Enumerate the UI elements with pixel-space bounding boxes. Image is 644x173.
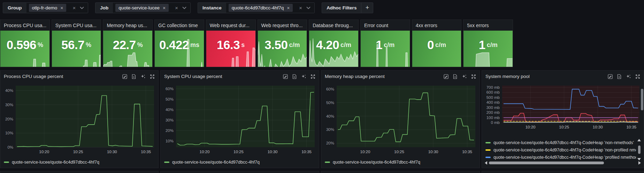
page-scrollbar-thumb[interactable] [641, 89, 643, 110]
svg-text:10:25: 10:25 [73, 150, 83, 154]
variable-value[interactable]: quote-service-lucee × × [113, 3, 190, 13]
panel-header: Memory heap usage percent [321, 71, 480, 82]
scroll-right-icon[interactable] [638, 161, 641, 165]
scroll-left-icon[interactable] [485, 161, 487, 165]
stat-panel-body: 0.596 % [0, 31, 49, 67]
stat-value: 0 [427, 38, 434, 52]
panel-header-icons [283, 74, 315, 79]
svg-text:100 mb: 100 mb [486, 116, 500, 120]
document-icon[interactable] [132, 74, 136, 79]
edit-icon[interactable] [444, 74, 449, 79]
close-icon[interactable]: × [60, 6, 63, 10]
svg-text:10:20: 10:20 [526, 125, 536, 129]
legend[interactable]: quote-service-lucee/quote-6c4d97dbcc-4hf… [325, 160, 420, 165]
stat-panel-title: Web request thro... [258, 20, 307, 31]
stat-panel[interactable]: Database throug... 4.20 c/m [309, 19, 359, 67]
panel-title: System CPU usage percent [164, 74, 283, 79]
scroll-down-icon[interactable] [637, 158, 641, 160]
timeseries-chart[interactable]: 10%20%30%40%50%60%10:2010:2510:3010:35 [161, 83, 318, 155]
legend-horizontal-scrollbar[interactable] [485, 161, 641, 165]
stat-panel[interactable]: Web request dur... 16.3 s [206, 19, 256, 67]
add-filter-button[interactable]: + [361, 3, 373, 13]
expand-icon[interactable] [150, 74, 155, 79]
scroll-up-icon[interactable] [637, 139, 641, 141]
stat-unit: ms [190, 41, 199, 49]
variable-value[interactable]: otlp-fr-demo × × [26, 3, 88, 13]
stat-panel[interactable]: Memory heap us... 22.7 % [103, 19, 153, 67]
stat-panel-title: 5xx errors [463, 20, 513, 31]
timeseries-chart[interactable]: 0 mb100 mb200 mb300 mb400 mb500 mb600 mb… [483, 83, 643, 131]
legend-item[interactable]: quote-service-lucee/quote-6c4d97dbcc-4hf… [485, 154, 636, 161]
selected-value-chip[interactable]: quote-6c4d97dbcc-4hf7q × [229, 4, 293, 12]
svg-text:50%: 50% [166, 97, 174, 101]
document-icon[interactable] [292, 74, 297, 79]
svg-text:10:30: 10:30 [107, 150, 117, 154]
stat-panel-title: Process CPU usa... [0, 20, 49, 31]
stat-unit: % [86, 41, 91, 49]
scrollbar-thumb[interactable] [489, 162, 604, 164]
panel-memory-heap: Memory heap usage percent 20%30%40%50%60… [321, 70, 480, 168]
svg-text:10:25: 10:25 [394, 150, 404, 154]
legend[interactable]: quote-service-lucee/quote-6c4d97dbcc-4hf… [164, 160, 260, 165]
stat-panel[interactable]: Process CPU usa... 0.596 % [0, 19, 50, 67]
sparkles-icon[interactable] [462, 74, 467, 79]
close-icon[interactable]: × [287, 6, 290, 10]
expand-icon[interactable] [635, 74, 640, 79]
stat-row: Process CPU usa... 0.596 % System CPU us… [0, 19, 513, 67]
graph-row: Process CPU usage percent 0%10%20%30%40%… [0, 70, 644, 168]
clear-icon[interactable]: × [175, 5, 178, 10]
stat-panel-title: Web request dur... [206, 20, 255, 31]
expand-icon[interactable] [310, 74, 315, 79]
edit-icon[interactable] [122, 74, 127, 79]
stat-panel[interactable]: System CPU usa... 56.7 % [52, 19, 101, 67]
legend-vertical-scrollbar[interactable] [637, 139, 641, 160]
svg-text:20%: 20% [5, 117, 13, 121]
close-icon[interactable]: × [163, 6, 166, 10]
stat-panel[interactable]: Web request thro... 3.50 c/m [258, 19, 307, 67]
legend-marker [164, 162, 169, 163]
selected-value-chip[interactable]: quote-service-lucee × [115, 4, 169, 12]
stat-panel-body: 56.7 % [52, 31, 101, 67]
sparkles-icon[interactable] [301, 74, 306, 79]
sparkles-icon[interactable] [140, 74, 145, 79]
legend-marker [4, 162, 9, 163]
document-icon[interactable] [453, 74, 457, 79]
chevron-down-icon[interactable] [80, 7, 84, 9]
panel-system-memory-pool: System memory pool 0 mb100 mb200 mb300 m… [482, 70, 644, 168]
svg-text:10:20: 10:20 [360, 150, 370, 154]
legend-item[interactable]: quote-service-lucee/quote-6c4d97dbcc-4hf… [485, 146, 636, 154]
stat-panel[interactable]: 4xx errors 0 c/m [412, 19, 462, 67]
next-row-panels [0, 171, 644, 173]
stat-panel[interactable]: Error count 1 c/m [360, 19, 410, 67]
stat-panel-title: Database throug... [309, 20, 358, 31]
svg-text:10:30: 10:30 [428, 150, 438, 154]
sparkles-icon[interactable] [626, 74, 631, 79]
stat-value: 0.596 [7, 38, 36, 52]
svg-text:40%: 40% [166, 108, 174, 112]
variable-label: Job [95, 3, 113, 13]
document-icon[interactable] [617, 74, 621, 79]
chevron-down-icon[interactable] [182, 7, 186, 9]
clear-icon[interactable]: × [299, 5, 302, 10]
svg-text:30%: 30% [326, 127, 334, 132]
svg-text:200 mb: 200 mb [486, 110, 500, 115]
legend-label: quote-service-lucee/quote-6c4d97dbcc-4hf… [333, 160, 420, 165]
timeseries-chart[interactable]: 20%30%40%50%60%10:2010:2510:3010:35 [322, 83, 479, 155]
variable-picker: Instance quote-6c4d97dbcc-4hf7q × × [198, 2, 315, 13]
timeseries-chart[interactable]: 0%10%20%30%40%10:2010:2510:3010:35 [1, 83, 158, 155]
svg-text:10:35: 10:35 [462, 150, 472, 154]
stat-panel[interactable]: 5xx errors 1 c/m [463, 19, 513, 67]
adhoc-filters-label: Adhoc Filters [322, 3, 361, 13]
edit-icon[interactable] [283, 74, 288, 79]
stat-unit: c/m [487, 41, 498, 49]
stat-panel[interactable]: GC collection time 0.422 ms [154, 19, 204, 67]
selected-value-chip[interactable]: otlp-fr-demo × [29, 4, 67, 12]
clear-icon[interactable]: × [72, 5, 76, 10]
expand-icon[interactable] [471, 74, 476, 79]
scrollbar-thumb[interactable] [638, 146, 641, 154]
variable-value[interactable]: quote-6c4d97dbcc-4hf7q × × [226, 3, 314, 13]
chevron-down-icon[interactable] [306, 7, 310, 9]
edit-icon[interactable] [608, 74, 613, 79]
legend[interactable]: quote-service-lucee/quote-6c4d97dbcc-4hf… [4, 160, 99, 165]
legend-item[interactable]: quote-service-lucee/quote-6c4d97dbcc-4hf… [485, 139, 636, 146]
